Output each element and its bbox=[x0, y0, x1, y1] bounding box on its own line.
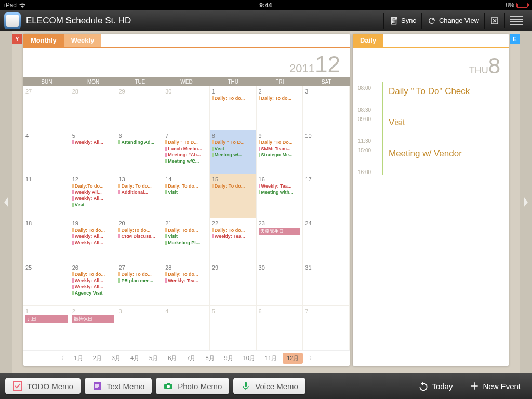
day-cell[interactable]: 5 bbox=[210, 306, 257, 350]
event[interactable]: Daily: To do... bbox=[165, 228, 207, 233]
day-cell[interactable]: 31 bbox=[303, 262, 350, 307]
event[interactable]: Agency Visit bbox=[72, 290, 114, 296]
day-cell[interactable]: 30 bbox=[257, 262, 303, 307]
event[interactable]: Weekly: All... bbox=[72, 284, 114, 289]
event[interactable]: Daily: To do... bbox=[212, 183, 254, 189]
event[interactable]: Daily: To do... bbox=[118, 183, 161, 189]
day-cell[interactable]: 16Weekly: Tea...Meeting with... bbox=[257, 174, 303, 218]
day-cell[interactable]: 15Daily: To do... bbox=[210, 174, 257, 218]
day-cell[interactable]: 11 bbox=[23, 174, 70, 218]
day-cell[interactable]: 2Daily: To do... bbox=[257, 86, 303, 130]
event[interactable]: Weekly: All... bbox=[72, 140, 114, 145]
edit-button[interactable] bbox=[484, 13, 504, 29]
event[interactable]: Visit bbox=[165, 190, 207, 195]
month-link[interactable]: 8月 bbox=[201, 353, 218, 364]
daily-event[interactable]: 15:0016:00Meeting w/ Vendor bbox=[358, 144, 503, 175]
tab-weekly[interactable]: Weekly bbox=[64, 34, 102, 47]
event[interactable]: Additional... bbox=[118, 190, 161, 195]
event[interactable]: Weekly: All... bbox=[72, 240, 114, 245]
event[interactable]: Daily " To D... bbox=[212, 140, 254, 145]
event[interactable]: Meeting w/C... bbox=[165, 158, 207, 164]
nav-next[interactable] bbox=[520, 31, 532, 373]
event[interactable]: Daily "To Do... bbox=[259, 140, 301, 145]
today-button[interactable]: Today bbox=[412, 381, 459, 391]
text-memo-button[interactable]: Text Memo bbox=[85, 378, 152, 394]
event[interactable]: Daily: To do... bbox=[259, 96, 301, 101]
month-link[interactable]: 4月 bbox=[126, 353, 143, 364]
day-cell[interactable]: 14Daily: To do...Visit bbox=[163, 174, 210, 218]
event[interactable]: SMM: Team... bbox=[259, 146, 301, 151]
event[interactable]: Daily: To do... bbox=[212, 228, 254, 233]
month-link[interactable]: 3月 bbox=[108, 353, 125, 364]
event[interactable]: Strategic Me... bbox=[259, 152, 301, 157]
day-cell[interactable]: 20Daily:To do...CRM Discuss... bbox=[116, 218, 163, 262]
day-cell[interactable]: 17 bbox=[303, 174, 350, 218]
day-cell[interactable]: 18 bbox=[23, 218, 70, 262]
event[interactable]: Weekly: All... bbox=[72, 234, 114, 239]
event[interactable]: Daily: To do... bbox=[212, 96, 254, 101]
nav-prev[interactable] bbox=[0, 31, 12, 373]
month-link[interactable]: 2月 bbox=[89, 353, 106, 364]
new-event-button[interactable]: New Event bbox=[463, 381, 527, 391]
month-link[interactable]: 7月 bbox=[182, 353, 200, 364]
event[interactable]: Daily:To do... bbox=[72, 183, 114, 189]
day-cell[interactable]: 2振替休日 bbox=[70, 306, 117, 350]
event[interactable]: Weekly: All... bbox=[72, 278, 114, 283]
event[interactable]: Daily: To do... bbox=[118, 272, 161, 277]
month-link[interactable]: 11月 bbox=[261, 353, 281, 364]
day-cell[interactable]: 22Daily: To do...Weekly: Tea... bbox=[210, 218, 257, 262]
daily-event[interactable]: 09:0011:30Visit bbox=[358, 113, 503, 144]
event[interactable]: Marketing Pl... bbox=[165, 240, 207, 245]
day-cell[interactable]: 27 bbox=[23, 86, 70, 130]
tab-monthly[interactable]: Monthly bbox=[23, 34, 64, 47]
month-link[interactable]: 12月 bbox=[283, 353, 303, 364]
day-cell[interactable]: 25 bbox=[23, 262, 70, 307]
month-link[interactable]: 10月 bbox=[239, 353, 259, 364]
day-cell[interactable]: 28 bbox=[70, 86, 117, 130]
day-cell[interactable]: 12Daily:To do...Weekly All...Weekly: All… bbox=[70, 174, 117, 218]
tab-year[interactable]: Y bbox=[12, 34, 22, 44]
day-cell[interactable]: 19Daily: To do...Weekly: All...Weekly: A… bbox=[70, 218, 117, 262]
day-cell[interactable]: 21Daily: To do...VisitMarketing Pl... bbox=[163, 218, 210, 262]
day-cell[interactable]: 7Daily " To D...Lunch Meetin...Meeting: … bbox=[163, 130, 210, 175]
day-cell[interactable]: 4 bbox=[163, 306, 210, 350]
day-cell[interactable]: 6 bbox=[257, 306, 303, 350]
day-cell[interactable]: 4 bbox=[23, 130, 70, 175]
tab-daily[interactable]: Daily bbox=[353, 34, 383, 47]
event[interactable]: Meeting with... bbox=[259, 190, 301, 195]
day-cell[interactable]: 3 bbox=[116, 306, 163, 350]
day-cell[interactable]: 29 bbox=[210, 262, 257, 307]
change-view-button[interactable]: Change View bbox=[421, 13, 484, 29]
day-cell[interactable]: 1元日 bbox=[23, 306, 70, 350]
event[interactable]: Weekly: Tea... bbox=[259, 183, 301, 189]
event[interactable]: Visit bbox=[72, 202, 114, 207]
event[interactable]: Daily: To do... bbox=[72, 272, 114, 277]
month-link[interactable]: 9月 bbox=[220, 353, 237, 364]
daily-event[interactable]: 08:0008:30Daily " To Do" Check bbox=[358, 82, 503, 113]
day-cell[interactable]: 7 bbox=[303, 306, 350, 350]
event[interactable]: Attending Ad... bbox=[118, 140, 161, 145]
day-cell[interactable]: 26Daily: To do...Weekly: All...Weekly: A… bbox=[70, 262, 117, 307]
month-link[interactable]: 1月 bbox=[70, 353, 87, 364]
day-cell[interactable]: 6Attending Ad... bbox=[116, 130, 163, 175]
month-next[interactable]: 〉 bbox=[304, 352, 320, 365]
month-link[interactable]: 5月 bbox=[145, 353, 162, 364]
event[interactable]: Meeting: "Ab... bbox=[165, 152, 207, 157]
sync-button[interactable]: Sync bbox=[383, 13, 421, 29]
month-prev[interactable]: 〈 bbox=[54, 352, 69, 365]
event[interactable]: Daily: To do... bbox=[72, 228, 114, 233]
day-cell[interactable]: 30 bbox=[163, 86, 210, 130]
todo-memo-button[interactable]: TODO Memo bbox=[5, 378, 81, 394]
photo-memo-button[interactable]: Photo Memo bbox=[156, 378, 229, 394]
event[interactable]: PR plan mee... bbox=[118, 278, 161, 283]
event[interactable]: Daily: To do... bbox=[165, 272, 207, 277]
day-cell[interactable]: 13Daily: To do...Additional... bbox=[116, 174, 163, 218]
month-link[interactable]: 6月 bbox=[164, 353, 181, 364]
day-cell[interactable]: 1Daily: To do... bbox=[210, 86, 257, 130]
menu-button[interactable] bbox=[504, 13, 528, 28]
day-cell[interactable]: 27Daily: To do...PR plan mee... bbox=[116, 262, 163, 307]
event[interactable]: Lunch Meetin... bbox=[165, 146, 207, 151]
event[interactable]: Visit bbox=[165, 234, 207, 239]
event[interactable]: Daily:To do... bbox=[118, 228, 161, 233]
day-cell[interactable]: 9Daily "To Do...SMM: Team...Strategic Me… bbox=[257, 130, 303, 175]
